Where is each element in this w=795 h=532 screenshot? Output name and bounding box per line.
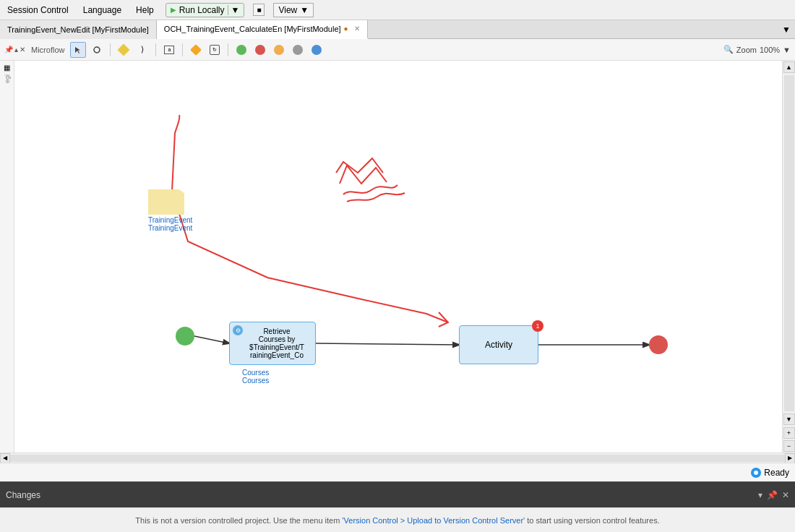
svg-line-2: [316, 343, 459, 345]
changes-pin-icon[interactable]: 📌: [767, 490, 778, 500]
status-bar: Ready: [0, 463, 795, 481]
activity-node[interactable]: 1 Activity: [459, 325, 538, 364]
end-event-node[interactable]: [649, 335, 668, 354]
start-event-node[interactable]: [176, 327, 194, 346]
tool-end-blue[interactable]: [309, 42, 325, 58]
activity-label: Activity: [485, 340, 512, 350]
toolbar-separator-4: [228, 43, 228, 56]
microflow-toolbar: 📌 ▴ ✕ Microflow ⟩ a ↻ 🔍 Zoom 100: [0, 39, 795, 61]
info-bar: This is not a version controlled project…: [0, 507, 795, 532]
view-label: View: [278, 5, 297, 15]
version-control-link[interactable]: 'Version Control > Upload to Version Con…: [342, 516, 525, 525]
tool-decision[interactable]: [116, 42, 132, 58]
scroll-right-button[interactable]: ▶: [785, 453, 795, 463]
activity-badge: 1: [532, 320, 543, 332]
main-canvas[interactable]: TrainingEvent TrainingEvent ⚙ Retrieve C…: [14, 61, 782, 452]
right-scrollbar: ▲ ▼ + −: [782, 61, 795, 452]
run-dropdown-arrow[interactable]: ▼: [228, 5, 240, 15]
changes-actions: ▾ 📌 ✕: [758, 490, 789, 500]
run-icon: ▶: [171, 6, 176, 14]
changes-panel: Changes ▾ 📌 ✕: [0, 481, 795, 507]
menu-language[interactable]: Language: [80, 4, 124, 17]
tab-label: TrainingEvent_NewEdit [MyFirstModule]: [7, 25, 149, 34]
tool-end-gray[interactable]: [290, 42, 306, 58]
sidebar-toggle[interactable]: ▦: [4, 64, 10, 72]
tool-end-green[interactable]: [233, 42, 249, 58]
canvas-wrapper: ▦ egi: [0, 61, 795, 452]
top-menubar: Session Control Language Help ▶ Run Loca…: [0, 0, 795, 20]
scroll-track-vertical[interactable]: [784, 75, 794, 411]
ready-dot-inner: [754, 471, 758, 475]
zoom-label: Zoom: [736, 46, 757, 54]
changes-label: Changes: [6, 490, 758, 500]
toolbar-separator-2: [155, 43, 156, 56]
tool-annotation[interactable]: a: [161, 42, 177, 58]
zoom-dropdown[interactable]: ▼: [783, 46, 791, 54]
entity-type: TrainingEvent: [148, 224, 192, 232]
run-locally-button[interactable]: ▶ Run Locally ▼: [166, 3, 245, 17]
tab-training-event[interactable]: TrainingEvent_NewEdit [MyFirstModule]: [0, 20, 157, 39]
tab-modified-indicator: ●: [344, 25, 348, 33]
tab-bar: TrainingEvent_NewEdit [MyFirstModule] OC…: [0, 20, 795, 39]
info-text: This is not a version controlled project…: [135, 516, 659, 525]
tool-merge[interactable]: ⟩: [134, 42, 150, 58]
scroll-plus-button[interactable]: +: [783, 427, 795, 439]
retrieve-label: Courses Courses: [242, 369, 269, 385]
stop-button[interactable]: ■: [253, 4, 265, 16]
scroll-down-button[interactable]: ▼: [783, 413, 795, 425]
tab-close-button[interactable]: ✕: [354, 25, 360, 33]
run-locally-label: Run Locally: [179, 5, 225, 15]
zoom-value: 100%: [760, 46, 780, 54]
entity-label: TrainingEvent: [148, 216, 192, 224]
scroll-track-horizontal[interactable]: [10, 455, 785, 462]
tab-label-active: OCH_TrainingEvent_CalculateEn [MyFirstMo…: [164, 25, 341, 33]
toolbar-separator-1: [110, 43, 111, 56]
retrieve-text: Retrieve Courses by $TrainingEvent/T rai…: [249, 327, 304, 359]
view-dropdown-arrow: ▼: [300, 5, 309, 15]
tool-end-red[interactable]: [252, 42, 268, 58]
menu-session-control[interactable]: Session Control: [4, 4, 72, 17]
pin-icon[interactable]: 📌: [4, 46, 13, 53]
tool-end-yellow[interactable]: [271, 42, 287, 58]
left-sidebar: ▦ egi: [0, 61, 14, 452]
zoom-icon: 🔍: [723, 45, 734, 54]
tab-overflow-button[interactable]: ▼: [778, 25, 795, 35]
entity-shape: [148, 189, 184, 215]
retrieve-node[interactable]: ⚙ Retrieve Courses by $TrainingEvent/T r…: [229, 322, 316, 365]
svg-point-0: [94, 47, 100, 53]
close-panel-icon[interactable]: ✕: [20, 46, 25, 53]
svg-line-1: [194, 336, 229, 343]
tool-start-event[interactable]: [188, 42, 204, 58]
changes-close-icon[interactable]: ✕: [782, 490, 789, 500]
ready-label: Ready: [764, 468, 789, 478]
microflow-label: Microflow: [31, 46, 64, 54]
menu-help[interactable]: Help: [133, 4, 157, 17]
toolbar-separator-3: [182, 43, 183, 56]
ready-indicator: Ready: [751, 468, 789, 478]
scroll-up-button[interactable]: ▲: [783, 61, 795, 73]
scroll-minus-button[interactable]: −: [783, 440, 795, 452]
tool-loop[interactable]: ↻: [207, 42, 223, 58]
scroll-left-button[interactable]: ◀: [0, 453, 10, 463]
horizontal-scrollbar: ◀ ▶: [0, 452, 795, 463]
tool-cursor[interactable]: [70, 42, 86, 58]
tool-hand[interactable]: [89, 42, 105, 58]
float-icon[interactable]: ▴: [14, 46, 18, 53]
canvas-svg: [14, 61, 782, 452]
view-button[interactable]: View ▼: [273, 3, 314, 17]
retrieve-icon: ⚙: [233, 325, 243, 335]
ready-dot: [751, 468, 761, 478]
changes-dropdown-icon[interactable]: ▾: [758, 490, 762, 500]
sidebar-label: egi: [4, 74, 11, 83]
entity-node[interactable]: TrainingEvent TrainingEvent: [148, 189, 192, 232]
tab-och-training-event[interactable]: OCH_TrainingEvent_CalculateEn [MyFirstMo…: [157, 20, 368, 39]
zoom-control[interactable]: 🔍 Zoom 100% ▼: [723, 45, 791, 54]
